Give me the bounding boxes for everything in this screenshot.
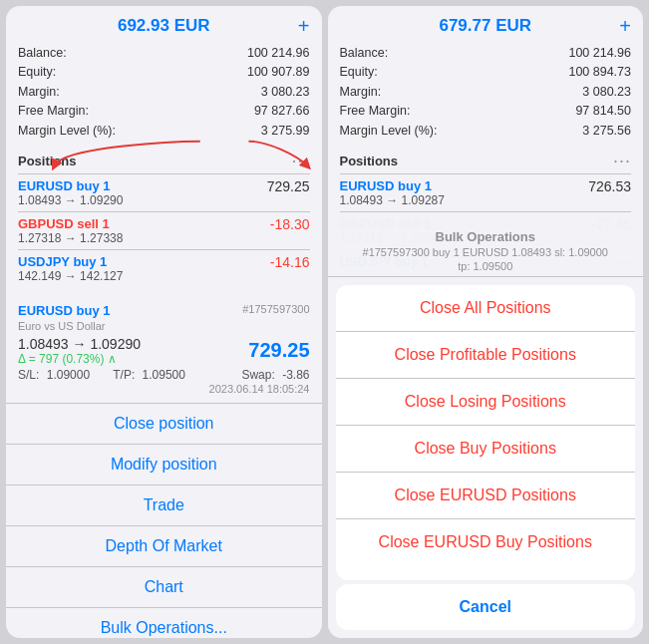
stat-free-margin: Free Margin: 97 827.66 xyxy=(18,102,310,121)
chart-button[interactable]: Chart xyxy=(6,566,322,607)
right-stats: Balance: 100 214.96 Equity: 100 894.73 M… xyxy=(328,42,644,147)
detail-date: 2023.06.14 18:05:24 xyxy=(18,383,310,395)
table-row[interactable]: EURUSD buy 1 1.08493 → 1.09287 726.53 xyxy=(340,173,632,211)
left-add-button[interactable]: + xyxy=(298,16,310,36)
bulk-operations-button[interactable]: Bulk Operations... xyxy=(6,607,322,638)
left-panel: 692.93 EUR + Balance: 100 214.96 Equity:… xyxy=(6,6,322,638)
bulk-actions-list: Close All Positions Close Profitable Pos… xyxy=(336,285,636,580)
right-panel: 679.77 EUR + Balance: 100 214.96 Equity:… xyxy=(328,6,644,638)
bulk-ops-overlay: Bulk Operations #1757597300 buy 1 EURUSD… xyxy=(328,215,644,638)
modify-position-button[interactable]: Modify position xyxy=(6,444,322,484)
right-add-button[interactable]: + xyxy=(619,16,631,36)
close-profitable-positions-button[interactable]: Close Profitable Positions xyxy=(336,331,636,378)
right-panel-header: 679.77 EUR + xyxy=(328,6,644,42)
table-row[interactable]: USDJPY buy 1 142.149 → 142.127 -14.16 xyxy=(18,249,310,287)
close-losing-positions-button[interactable]: Close Losing Positions xyxy=(336,378,636,425)
right-positions-header: Positions ··· xyxy=(328,147,644,173)
right-panel-title: 679.77 EUR xyxy=(439,16,531,36)
stat-balance: Balance: 100 214.96 xyxy=(18,44,310,63)
positions-dots[interactable]: ··· xyxy=(291,151,309,171)
depth-of-market-button[interactable]: Depth Of Market xyxy=(6,525,322,566)
close-position-button[interactable]: Close position xyxy=(6,403,322,444)
stat-balance: Balance: 100 214.96 xyxy=(340,44,632,63)
close-eurusd-positions-button[interactable]: Close EURUSD Positions xyxy=(336,472,636,518)
close-eurusd-buy-positions-button[interactable]: Close EURUSD Buy Positions xyxy=(336,518,636,565)
close-buy-positions-button[interactable]: Close Buy Positions xyxy=(336,425,636,472)
left-panel-header: 692.93 EUR + xyxy=(6,6,322,42)
close-all-positions-button[interactable]: Close All Positions xyxy=(336,285,636,331)
positions-header: Positions ··· xyxy=(6,147,322,173)
actions-list: Close position Modify position Trade Dep… xyxy=(6,399,322,638)
trade-button[interactable]: Trade xyxy=(6,484,322,525)
left-panel-title: 692.93 EUR xyxy=(118,16,210,36)
stat-free-margin: Free Margin: 97 814.50 xyxy=(340,102,632,121)
table-row[interactable]: GBPUSD sell 1 1.27318 → 1.27338 -18.30 xyxy=(18,211,310,249)
table-row[interactable]: EURUSD buy 1 1.08493 → 1.09290 729.25 xyxy=(18,173,310,211)
stat-equity: Equity: 100 894.73 xyxy=(340,63,632,82)
left-positions-list: EURUSD buy 1 1.08493 → 1.09290 729.25 GB… xyxy=(6,173,322,287)
right-positions-dots[interactable]: ··· xyxy=(613,151,631,171)
stat-margin: Margin: 3 080.23 xyxy=(340,83,632,102)
cancel-button[interactable]: Cancel xyxy=(336,584,636,630)
position-detail: EURUSD buy 1 #1757597300 Euro vs US Doll… xyxy=(6,295,322,399)
bulk-ops-header: Bulk Operations #1757597300 buy 1 EURUSD… xyxy=(328,215,644,277)
left-stats: Balance: 100 214.96 Equity: 100 907.89 M… xyxy=(6,42,322,147)
stat-margin: Margin: 3 080.23 xyxy=(18,83,310,102)
stat-equity: Equity: 100 907.89 xyxy=(18,63,310,82)
stat-margin-level: Margin Level (%): 3 275.99 xyxy=(18,122,310,141)
stat-margin-level: Margin Level (%): 3 275.56 xyxy=(340,122,632,141)
